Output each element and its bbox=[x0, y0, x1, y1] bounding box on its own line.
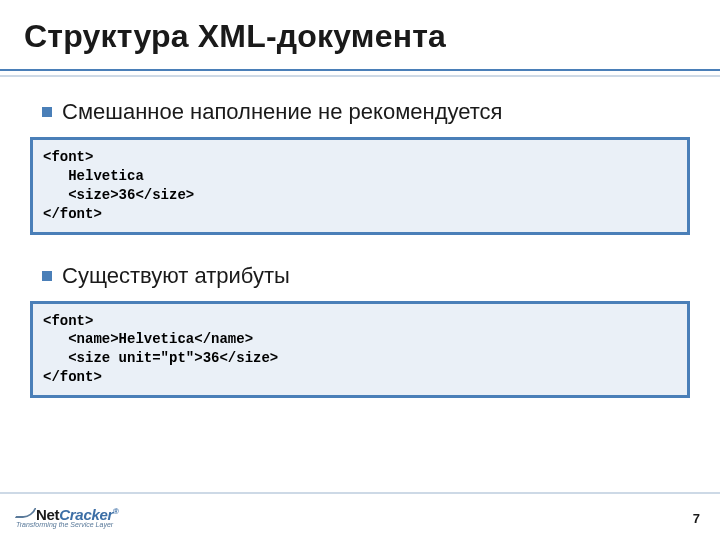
bullet-mixed: Смешанное наполнение не рекомендуется bbox=[42, 99, 696, 125]
bullet-attrs-text: Существуют атрибуты bbox=[62, 263, 290, 289]
footer-line bbox=[0, 492, 720, 494]
title-underline bbox=[0, 69, 720, 77]
page-number: 7 bbox=[693, 511, 700, 526]
square-bullet-icon bbox=[42, 271, 52, 281]
code-box-attrs: <font> <name>Helvetica</name> <size unit… bbox=[30, 301, 690, 399]
logo-tagline: Transforming the Service Layer bbox=[16, 521, 119, 528]
footer: NetCracker® Transforming the Service Lay… bbox=[0, 492, 720, 532]
logo-registered: ® bbox=[113, 507, 119, 516]
swoosh-icon bbox=[15, 508, 37, 518]
bullet-attrs: Существуют атрибуты bbox=[42, 263, 696, 289]
slide-title: Структура XML-документа bbox=[24, 18, 696, 55]
bullet-mixed-text: Смешанное наполнение не рекомендуется bbox=[62, 99, 503, 125]
underline-bottom bbox=[0, 75, 720, 77]
code-box-mixed: <font> Helvetica <size>36</size> </font> bbox=[30, 137, 690, 235]
logo: NetCracker® Transforming the Service Lay… bbox=[16, 506, 119, 528]
slide: Структура XML-документа Смешанное наполн… bbox=[0, 0, 720, 540]
underline-top bbox=[0, 69, 720, 71]
square-bullet-icon bbox=[42, 107, 52, 117]
